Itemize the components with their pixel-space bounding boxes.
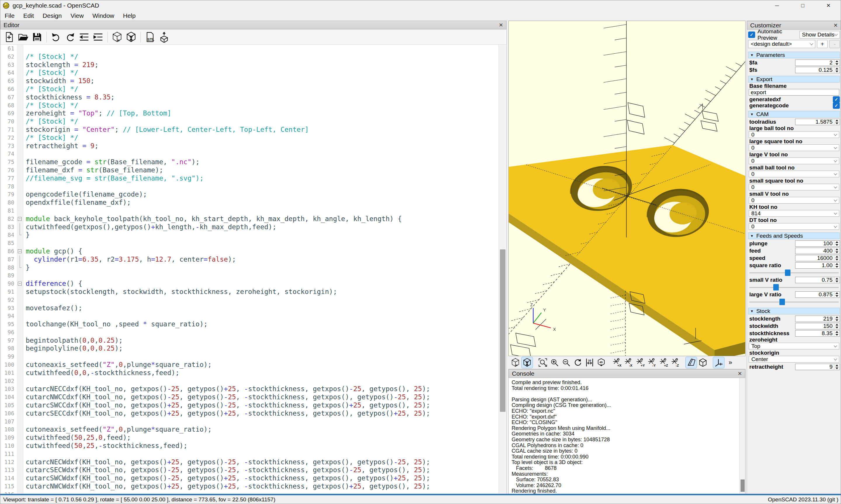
render-button[interactable] (125, 31, 138, 43)
editor-scrollbar[interactable] (498, 44, 507, 494)
view-minus-y-button[interactable]: -Y (647, 357, 658, 368)
spin-up-icon[interactable] (834, 248, 840, 251)
console-scrollbar[interactable] (739, 378, 745, 494)
slider-thumb[interactable] (779, 299, 785, 305)
spin-up-icon[interactable] (834, 292, 840, 294)
square-ratio-spinbox[interactable]: 1.00 (795, 262, 840, 269)
view-minus-x-button[interactable]: -X (623, 357, 634, 368)
console-log[interactable]: Compile and preview finished.Total rende… (509, 378, 739, 494)
spin-up-icon[interactable] (834, 323, 840, 326)
spin-up-icon[interactable] (834, 364, 840, 367)
editor-close-icon[interactable]: ✕ (499, 22, 503, 28)
spin-down-icon[interactable] (834, 266, 840, 268)
zoom-out-button[interactable] (561, 357, 572, 368)
generatedxf-checkbox[interactable]: ✓ (833, 96, 840, 103)
automatic-preview-checkbox[interactable]: ✓ (748, 32, 755, 38)
stockwidth-spinbox[interactable]: 150 (795, 323, 840, 329)
plunge-spinbox[interactable]: 100 (795, 240, 840, 247)
large-v-ratio-slider[interactable] (749, 299, 839, 305)
view-preview-button[interactable]: » (510, 357, 521, 368)
large-v-tool-no-dropdown[interactable]: 0 (749, 158, 839, 164)
measure-angle-button[interactable]: 45 (596, 357, 607, 368)
large-v-ratio-spinbox[interactable]: 0.875 (795, 291, 840, 298)
spin-down-icon[interactable] (834, 63, 840, 66)
stockorigin-dropdown[interactable]: Center (749, 356, 839, 362)
slider-thumb[interactable] (773, 284, 779, 290)
reset-view-button[interactable] (572, 357, 583, 368)
section-header-stock[interactable]: ▼Stock (748, 308, 840, 314)
spin-up-icon[interactable] (834, 263, 840, 266)
close-button[interactable]: ✕ (816, 0, 841, 11)
spin-up-icon[interactable] (834, 255, 840, 258)
spin-down-icon[interactable] (834, 122, 840, 125)
menu-edit[interactable]: Edit (19, 11, 38, 21)
spin-up-icon[interactable] (834, 60, 840, 63)
spin-down-icon[interactable] (834, 258, 840, 261)
maximize-button[interactable]: □ (790, 0, 816, 11)
spin-down-icon[interactable] (834, 367, 840, 370)
perspective-button[interactable] (686, 357, 697, 368)
feed-spinbox[interactable]: 400 (795, 248, 840, 254)
orthogonal-button[interactable] (697, 357, 708, 368)
spin-down-icon[interactable] (834, 294, 840, 298)
fs-spinbox[interactable]: 0.125 (795, 67, 840, 73)
code-editor[interactable]: 6162/* [Stock] */63stocklength = 219;64/… (0, 44, 497, 494)
fa-spinbox[interactable]: 2 (795, 59, 840, 66)
large-ball-tool-no-dropdown[interactable]: 0 (749, 131, 839, 138)
export-stl-button[interactable]: STL (144, 31, 156, 43)
section-header-feeds-and-speeds[interactable]: ▼Feeds and Speeds (748, 232, 840, 239)
fold-margin[interactable] (17, 215, 23, 223)
spin-down-icon[interactable] (834, 251, 840, 254)
stocklength-spinbox[interactable]: 219 (795, 316, 840, 322)
export-button[interactable] (158, 31, 171, 43)
spin-down-icon[interactable] (834, 244, 840, 247)
zoom-all-button[interactable] (537, 357, 548, 368)
save-button[interactable] (31, 31, 44, 43)
console-close-icon[interactable]: ✕ (738, 371, 742, 377)
section-header-export[interactable]: ▼Export (748, 76, 840, 83)
spin-up-icon[interactable] (834, 330, 840, 334)
details-dropdown[interactable]: Show Details (800, 31, 840, 38)
spin-down-icon[interactable] (834, 280, 840, 283)
small-v-ratio-slider[interactable] (749, 284, 839, 290)
stockthickness-spinbox[interactable]: 8.35 (795, 330, 840, 337)
spin-up-icon[interactable] (834, 241, 840, 244)
spin-down-icon[interactable] (834, 319, 840, 322)
spin-down-icon[interactable] (834, 70, 840, 73)
zeroheight-dropdown[interactable]: Top (749, 343, 839, 349)
fold-margin[interactable] (17, 280, 23, 288)
remove-preset-button[interactable]: - (829, 40, 840, 48)
small-square-tool-no-dropdown[interactable]: 0 (749, 184, 839, 191)
square-ratio-slider[interactable] (749, 270, 839, 276)
unindent-button[interactable] (78, 31, 90, 43)
preview-button[interactable]: » (111, 31, 123, 43)
undo-button[interactable] (50, 31, 63, 43)
large-square-tool-no-dropdown[interactable]: 0 (749, 144, 839, 151)
section-header-parameters[interactable]: ▼Parameters (748, 52, 840, 58)
more-button[interactable]: » (725, 357, 736, 368)
zoom-in-button[interactable] (549, 357, 560, 368)
measure-distance-button[interactable]: 10 (584, 357, 595, 368)
view-plus-x-button[interactable]: +X (612, 357, 622, 368)
indent-button[interactable] (92, 31, 105, 43)
small-v-ratio-spinbox[interactable]: 0.75 (795, 277, 840, 283)
spin-up-icon[interactable] (834, 316, 840, 319)
retractheight-spinbox[interactable]: 9 (795, 364, 840, 370)
show-axes-button[interactable] (713, 357, 724, 368)
new-file-button[interactable] (3, 31, 16, 43)
editor-scrollbar-thumb[interactable] (500, 249, 505, 412)
open-file-button[interactable] (17, 31, 30, 43)
fold-margin[interactable] (17, 247, 23, 255)
spin-up-icon[interactable] (834, 277, 840, 280)
dt-tool-no-dropdown[interactable]: 0 (749, 223, 839, 230)
speed-spinbox[interactable]: 16000 (795, 255, 840, 261)
view-render-button[interactable] (521, 357, 533, 368)
spin-down-icon[interactable] (834, 326, 840, 329)
menu-view[interactable]: View (66, 11, 88, 21)
kh-tool-no-dropdown[interactable]: 814 (749, 210, 839, 217)
menu-file[interactable]: File (0, 11, 19, 21)
slider-thumb[interactable] (785, 270, 790, 276)
redo-button[interactable] (64, 31, 76, 43)
minimize-button[interactable]: ─ (764, 0, 790, 11)
generategcode-checkbox[interactable]: ✓ (833, 102, 840, 109)
